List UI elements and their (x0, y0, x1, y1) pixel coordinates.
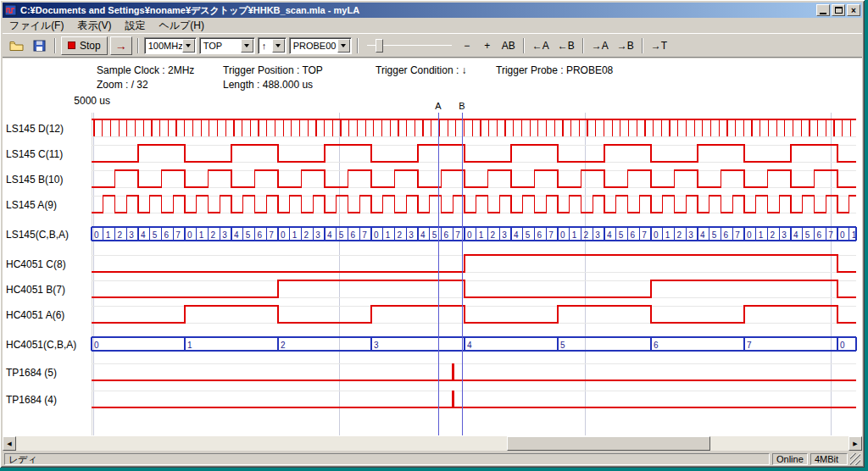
trigger-probe-select[interactable]: PROBE00 (289, 37, 352, 54)
app-window: C:¥Documents and Settings¥noname¥デスクトップ¥… (0, 0, 865, 468)
channel-label-1[interactable]: LS145 D(12) (6, 122, 64, 136)
run-arrow-icon: → (115, 39, 127, 53)
menu-settings[interactable]: 設定 (118, 18, 152, 34)
save-button[interactable] (29, 36, 49, 55)
cursor-b-label[interactable]: B (456, 101, 468, 111)
toolbar-separator (357, 38, 359, 53)
channel-label-9[interactable]: HC4051(C,B,A) (6, 338, 76, 352)
stop-button[interactable]: Stop (61, 36, 108, 55)
scroll-left-button[interactable]: ◀ (3, 436, 16, 451)
stop-icon (68, 42, 75, 49)
chevron-down-icon[interactable] (337, 39, 350, 53)
zoom-slider[interactable] (367, 37, 452, 54)
channel-label-3[interactable]: LS145 B(10) (6, 173, 63, 186)
toolbar-separator (137, 38, 139, 53)
horizontal-scrollbar[interactable]: ◀ ▶ (3, 436, 862, 451)
channel-label-7[interactable]: HC4051 B(7) (6, 283, 65, 296)
app-icon (4, 4, 18, 17)
status-bar: レディ Online 4MBit (3, 452, 862, 466)
toolbar: Stop → 100MHz TOP ↑ PROBE00 −+AB←A←B→A→B… (3, 33, 862, 58)
chevron-down-icon[interactable] (241, 39, 253, 53)
channel-label-4[interactable]: LS145 A(9) (6, 198, 57, 212)
resize-grip[interactable] (850, 453, 860, 465)
goto-a-left-button[interactable]: ←A (529, 37, 553, 54)
sample-clock-readout: Sample Clock : 2MHz (97, 64, 194, 76)
toolbar-separator (523, 38, 525, 53)
toolbar-button-group: −+AB←A←B→A→B→T (458, 37, 670, 54)
length-readout: Length : 488.000 us (223, 79, 313, 91)
trigger-probe-readout: Trigger Probe : PROBE08 (496, 64, 613, 76)
titlebar[interactable]: C:¥Documents and Settings¥noname¥デスクトップ¥… (3, 3, 862, 18)
channel-label-10[interactable]: TP1684 (5) (6, 366, 57, 380)
channel-label-5[interactable]: LS145(C,B,A) (6, 228, 69, 241)
time-per-div-label: 5000 us (49, 95, 110, 107)
trigger-position-readout: Trigger Position : TOP (223, 64, 323, 76)
scroll-thumb[interactable] (507, 436, 710, 451)
floppy-disk-icon (33, 40, 46, 52)
menu-help[interactable]: ヘルプ(H) (152, 18, 211, 34)
channel-label-8[interactable]: HC4051 A(6) (6, 308, 64, 322)
slider-thumb[interactable] (376, 39, 383, 53)
minimize-button[interactable] (816, 4, 830, 16)
trigger-edge-select[interactable]: ↑ (258, 37, 287, 54)
goto-b-left-button[interactable]: ←B (554, 37, 578, 54)
chevron-down-icon[interactable] (272, 39, 285, 53)
zoom-readout: Zoom : / 32 (97, 79, 148, 91)
status-message: レディ (4, 453, 770, 465)
scroll-right-icon: ▶ (853, 441, 857, 447)
scroll-left-icon: ◀ (7, 441, 11, 447)
trigger-position-select[interactable]: TOP (199, 37, 255, 54)
ab-cursors-button[interactable]: AB (498, 37, 519, 54)
status-memory: 4MBit (810, 453, 848, 465)
zoom-out-button[interactable]: − (458, 37, 476, 54)
toolbar-separator (582, 38, 584, 53)
maximize-icon (835, 7, 843, 14)
run-button[interactable]: → (110, 36, 132, 55)
scroll-right-button[interactable]: ▶ (849, 436, 862, 451)
window-title: C:¥Documents and Settings¥noname¥デスクトップ¥… (18, 4, 815, 17)
open-file-button[interactable] (6, 36, 26, 55)
trigger-condition-readout: Trigger Condition : ↓ (376, 64, 467, 76)
toolbar-separator (642, 38, 643, 53)
menu-file[interactable]: ファイル(F) (3, 18, 70, 34)
cursor-a-label[interactable]: A (432, 101, 444, 111)
sample-rate-select[interactable]: 100MHz (144, 37, 197, 54)
maximize-button[interactable] (832, 4, 845, 16)
close-icon: × (851, 6, 856, 15)
goto-trigger-button[interactable]: →T (648, 37, 670, 54)
waveform-client[interactable] (3, 58, 862, 436)
chevron-down-icon[interactable] (182, 39, 195, 53)
channel-label-11[interactable]: TP1684 (4) (6, 393, 57, 407)
menu-bar: ファイル(F)表示(V)設定ヘルプ(H) (3, 18, 862, 33)
minimize-icon (820, 13, 826, 14)
status-online: Online (772, 453, 808, 465)
channel-label-6[interactable]: HC4051 C(8) (6, 258, 66, 271)
goto-a-right-button[interactable]: →A (588, 37, 612, 54)
goto-b-right-button[interactable]: →B (614, 37, 637, 54)
open-folder-icon (9, 40, 24, 52)
close-button[interactable]: × (847, 4, 860, 16)
menu-view[interactable]: 表示(V) (70, 18, 118, 34)
channel-label-2[interactable]: LS145 C(11) (6, 147, 63, 161)
zoom-in-button[interactable]: + (478, 37, 497, 54)
toolbar-separator (54, 38, 56, 53)
